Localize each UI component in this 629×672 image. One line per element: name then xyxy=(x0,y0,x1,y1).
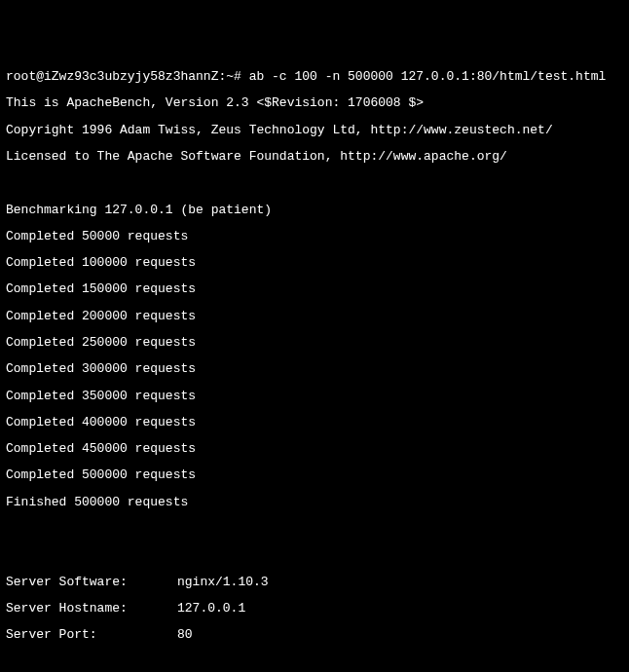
progress-line: Completed 500000 requests xyxy=(6,468,623,482)
progress-line: Completed 100000 requests xyxy=(6,256,623,270)
blank-line xyxy=(6,548,623,562)
server-port: Server Port:80 xyxy=(6,628,623,642)
server-hostname: Server Hostname:127.0.0.1 xyxy=(6,602,623,616)
progress-line: Finished 500000 requests xyxy=(6,496,623,509)
progress-line: Completed 250000 requests xyxy=(6,336,623,350)
kv-key: Server Hostname: xyxy=(6,602,177,616)
progress-line: Completed 350000 requests xyxy=(6,390,623,403)
progress-line: Completed 50000 requests xyxy=(6,230,623,243)
kv-val: nginx/1.10.3 xyxy=(177,576,269,589)
kv-key: Server Port: xyxy=(6,628,177,642)
blank-line xyxy=(6,522,623,536)
terminal-output: root@iZwz93c3ubzyjy58z3hannZ:~# ab -c 10… xyxy=(6,57,623,672)
progress-line: Completed 150000 requests xyxy=(6,282,623,296)
progress-line: Completed 400000 requests xyxy=(6,416,623,429)
server-software: Server Software:nginx/1.10.3 xyxy=(6,576,623,589)
kv-val: 80 xyxy=(177,628,193,642)
kv-val: 127.0.0.1 xyxy=(177,602,245,616)
ab-header-line: This is ApacheBench, Version 2.3 <$Revis… xyxy=(6,96,623,110)
benchmarking-line: Benchmarking 127.0.0.1 (be patient) xyxy=(6,204,623,217)
shell-prompt: root@iZwz93c3ubzyjy58z3hannZ:~# ab -c 10… xyxy=(6,70,623,84)
progress-line: Completed 200000 requests xyxy=(6,310,623,323)
ab-header-line: Copyright 1996 Adam Twiss, Zeus Technolo… xyxy=(6,124,623,137)
ab-header-line: Licensed to The Apache Software Foundati… xyxy=(6,150,623,164)
kv-key: Server Software: xyxy=(6,576,177,589)
progress-line: Completed 450000 requests xyxy=(6,442,623,456)
progress-line: Completed 300000 requests xyxy=(6,362,623,376)
blank-line xyxy=(6,176,623,190)
blank-line xyxy=(6,654,623,668)
